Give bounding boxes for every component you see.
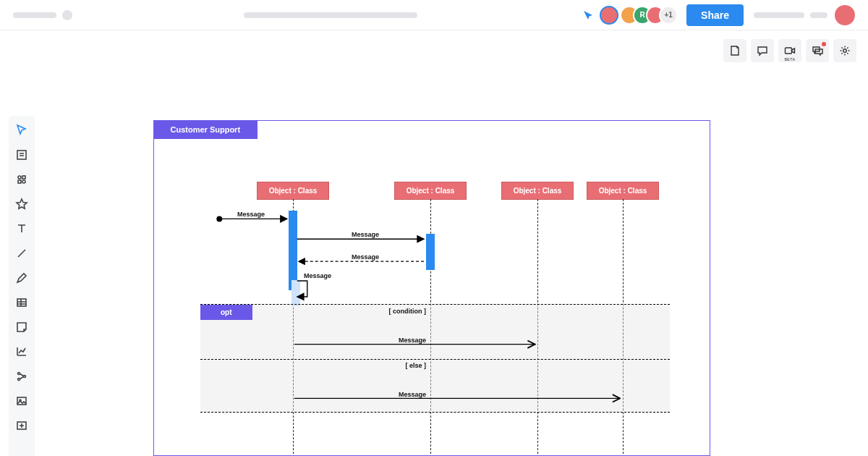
chart-tool[interactable]: [13, 343, 30, 360]
svg-point-14: [18, 449, 20, 452]
pen-tool[interactable]: [13, 269, 30, 287]
logo-placeholder: [13, 12, 56, 18]
avatar-profile[interactable]: [835, 5, 855, 25]
svg-point-8: [18, 373, 20, 375]
svg-point-3: [18, 176, 21, 179]
reply-message-label: Message: [352, 253, 379, 261]
opt-msg1-label: Message: [399, 337, 426, 344]
svg-point-9: [18, 379, 20, 381]
shapes-tool[interactable]: [13, 171, 30, 188]
comments-button[interactable]: [751, 39, 774, 62]
activation-2[interactable]: [426, 234, 435, 270]
svg-rect-11: [17, 397, 26, 405]
condition-label: [ condition ]: [389, 308, 427, 315]
image-tool[interactable]: [13, 392, 30, 410]
svg-rect-2: [17, 151, 26, 159]
svg-rect-0: [786, 48, 792, 54]
activation-1-self[interactable]: [292, 280, 300, 306]
sync-message-label: Message: [352, 231, 379, 238]
opt-tag[interactable]: opt: [200, 305, 252, 320]
select-tool[interactable]: [13, 122, 30, 139]
embed-tool[interactable]: [13, 417, 30, 434]
else-label: [ else ]: [405, 362, 426, 369]
right-ph-1: [754, 12, 804, 18]
doc-title-placeholder[interactable]: [244, 12, 417, 18]
opt-msg2-label: Message: [399, 391, 426, 398]
avatar-self[interactable]: [600, 6, 618, 25]
sticky-tool[interactable]: [13, 318, 30, 336]
self-message-label: Message: [304, 272, 331, 279]
opt-divider: [200, 359, 670, 360]
collaborator-avatars: R +1: [626, 6, 678, 25]
lifeline-head-1[interactable]: Object : Class: [257, 182, 329, 200]
svg-rect-7: [17, 299, 26, 306]
lifeline-head-2[interactable]: Object : Class: [394, 182, 467, 200]
notes-button[interactable]: [723, 39, 746, 62]
activation-1-main[interactable]: [289, 211, 297, 290]
svg-point-10: [24, 376, 26, 378]
svg-rect-5: [18, 180, 21, 183]
beta-label: BETA: [778, 57, 801, 62]
lifeline-head-4[interactable]: Object : Class: [587, 182, 659, 200]
svg-point-15: [21, 449, 23, 452]
settings-button[interactable]: [833, 39, 856, 62]
svg-point-6: [22, 180, 25, 183]
diagram-frame[interactable]: Customer Support Object : Class Object :…: [153, 120, 710, 456]
sequence-diagram: Object : Class Object : Class Object : C…: [154, 121, 710, 455]
notification-dot: [822, 42, 826, 46]
connector-tool[interactable]: [13, 368, 30, 385]
svg-point-1: [843, 49, 846, 52]
lifeline-head-3[interactable]: Object : Class: [501, 182, 574, 200]
table-tool[interactable]: [13, 294, 30, 311]
right-toolbar: BETA: [723, 39, 856, 62]
video-button[interactable]: BETA: [778, 39, 801, 62]
left-toolbar: [9, 116, 35, 456]
cursor-icon: [582, 9, 594, 21]
svg-point-16: [24, 449, 26, 452]
opt-fragment[interactable]: [200, 304, 670, 413]
activity-button[interactable]: [806, 39, 829, 62]
star-tool[interactable]: [13, 195, 30, 213]
frame-tool[interactable]: [13, 146, 30, 164]
share-button[interactable]: Share: [686, 4, 744, 26]
right-ph-2: [810, 12, 827, 18]
line-tool[interactable]: [13, 245, 30, 262]
text-tool[interactable]: [13, 220, 30, 237]
found-message-label: Message: [237, 211, 265, 218]
avatar-more[interactable]: +1: [659, 6, 678, 25]
svg-point-17: [216, 216, 222, 221]
more-tool[interactable]: [13, 442, 30, 456]
svg-rect-4: [22, 176, 25, 179]
app-bar: R +1 Share: [0, 0, 868, 30]
menu-placeholder: [62, 10, 72, 20]
